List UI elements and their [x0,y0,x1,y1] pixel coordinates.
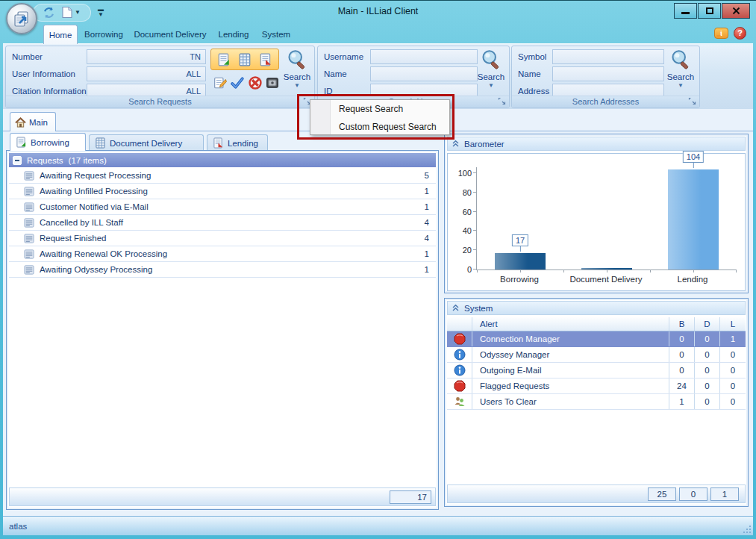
tab-borrowing[interactable]: Borrowing [79,25,128,43]
y-tick-label: 100 [454,169,472,178]
bar-lending: 104 [650,166,737,270]
refresh-button[interactable] [42,6,56,19]
stop-icon [447,331,472,346]
status-bar: atlas [3,516,753,535]
barometer-header[interactable]: Barometer [447,137,746,151]
column-d[interactable]: D [695,317,720,331]
chart-plot-area: 0 20 40 60 80 100 17 [476,167,736,270]
dialog-launcher-icon[interactable] [688,97,697,106]
close-button[interactable] [722,3,750,19]
magnifier-icon [480,49,502,72]
tab-document-delivery[interactable]: Document Delivery [130,25,210,43]
tip-bubble-icon[interactable]: i [714,28,728,39]
qat-overflow-button[interactable]: ▬▼ [96,7,106,19]
edit-request-button[interactable] [212,75,228,91]
lending-grid-button[interactable] [257,52,274,68]
help-icon[interactable]: ? [734,27,746,40]
field-label: Citation Information [12,87,87,96]
y-tick-label: 80 [454,188,472,197]
request-list-icon [24,265,34,275]
menu-icon-gutter [310,100,331,134]
subtab-borrowing[interactable]: Borrowing [10,133,86,151]
tab-home[interactable]: Home [43,25,78,44]
collapse-chevron-icon [452,304,460,312]
system-panel: System Alert B D L Connection Manager 0 … [444,298,749,507]
users-icon [447,394,472,409]
request-status-row[interactable]: Request Finished 4 [9,231,436,246]
subtab-document-delivery[interactable]: Document Delivery [89,134,204,151]
search-users-button[interactable]: Search ▼ [473,49,509,96]
search-addresses-button[interactable]: Search ▼ [663,49,699,96]
system-row-connection-manager[interactable]: Connection Manager 0 0 1 [447,331,746,347]
new-form-button[interactable]: ▼ [61,6,81,19]
system-row-users-to-clear[interactable]: Users To Clear 1 0 0 [447,394,746,410]
search-requests-button[interactable]: Search ▼ [279,49,315,96]
tab-system[interactable]: System [257,25,296,43]
total-document-delivery: 0 [679,487,707,501]
request-status-row[interactable]: Customer Notified via E-Mail 1 [9,199,436,215]
menu-item-custom-request-search[interactable]: Custom Request Search [331,118,449,136]
new-form-icon [61,6,73,19]
request-status-row[interactable]: Awaiting Request Processing 5 [9,168,436,184]
system-row-odyssey-manager[interactable]: Odyssey Manager 0 0 0 [447,347,746,363]
field-label: User Information [12,69,75,78]
system-alert-table: Alert B D L Connection Manager 0 0 1 [447,317,746,483]
maximize-button[interactable] [698,3,721,19]
table-icon [238,53,252,66]
table-red-arrow-icon [213,137,224,149]
bar [581,268,632,270]
collapse-minus-icon[interactable] [13,156,22,165]
requests-panel: Requests (17 items) Awaiting Request Pro… [6,150,439,510]
column-l[interactable]: L [720,317,746,331]
user-name-field[interactable] [370,66,478,81]
request-list-icon [24,249,34,259]
symbol-field[interactable] [552,49,664,64]
docdel-grid-button[interactable] [237,52,253,68]
request-actions-toolbar [210,73,282,93]
requests-group-header[interactable]: Requests (17 items) [9,153,436,167]
bar-value-callout: 104 [683,151,704,163]
resize-grip-icon[interactable] [742,524,751,533]
request-status-row[interactable]: Awaiting Odyssey Processing 1 [9,262,436,278]
subtab-lending[interactable]: Lending [207,134,268,151]
ribbon-tab-row: Home Borrowing Document Delivery Lending… [0,23,756,43]
table-green-arrow-icon [217,53,231,66]
column-alert[interactable]: Alert [472,317,669,331]
request-status-row[interactable]: Cancelled by ILL Staff 4 [9,215,436,231]
field-label: Name [324,69,347,78]
magnifier-icon [286,49,308,72]
borrowing-grid-button[interactable] [216,52,232,68]
minimize-button[interactable] [674,3,697,19]
requests-total: 17 [390,490,431,504]
request-status-row[interactable]: Awaiting Renewal OK Processing 1 [9,246,436,262]
request-list-icon [24,202,34,212]
request-list-icon [24,234,34,243]
main-document-tab[interactable]: Main [10,112,56,131]
tab-lending[interactable]: Lending [212,25,255,43]
number-field[interactable]: TN [87,49,206,64]
username-field[interactable] [370,49,478,64]
bar [495,253,546,270]
menu-item-request-search[interactable]: Request Search [331,100,449,118]
archive-button[interactable] [264,75,281,91]
close-icon [732,7,740,15]
system-row-flagged-requests[interactable]: Flagged Requests 24 0 0 [447,378,746,394]
address-name-field[interactable] [552,66,664,81]
illiad-app-icon [13,10,31,28]
system-header[interactable]: System [447,301,746,315]
edit-note-icon [213,76,227,90]
total-borrowing: 25 [648,487,676,501]
barometer-panel: Barometer 0 20 40 60 80 100 [444,134,749,293]
x-axis-labels: Borrowing Document Delivery Lending [476,275,736,284]
table-red-arrow-icon [259,53,272,66]
safe-icon [266,76,279,90]
cancel-request-button[interactable] [247,75,263,91]
system-row-outgoing-email[interactable]: Outgoing E-Mail 0 0 0 [447,363,746,378]
user-information-field[interactable]: ALL [87,66,206,81]
dialog-launcher-icon[interactable] [498,97,507,106]
request-status-row[interactable]: Awaiting Unfilled Processing 1 [9,184,436,199]
application-menu-button[interactable] [6,3,37,34]
column-b[interactable]: B [669,317,695,331]
barometer-chart: 0 20 40 60 80 100 17 [447,153,746,291]
approve-button[interactable] [229,75,246,91]
